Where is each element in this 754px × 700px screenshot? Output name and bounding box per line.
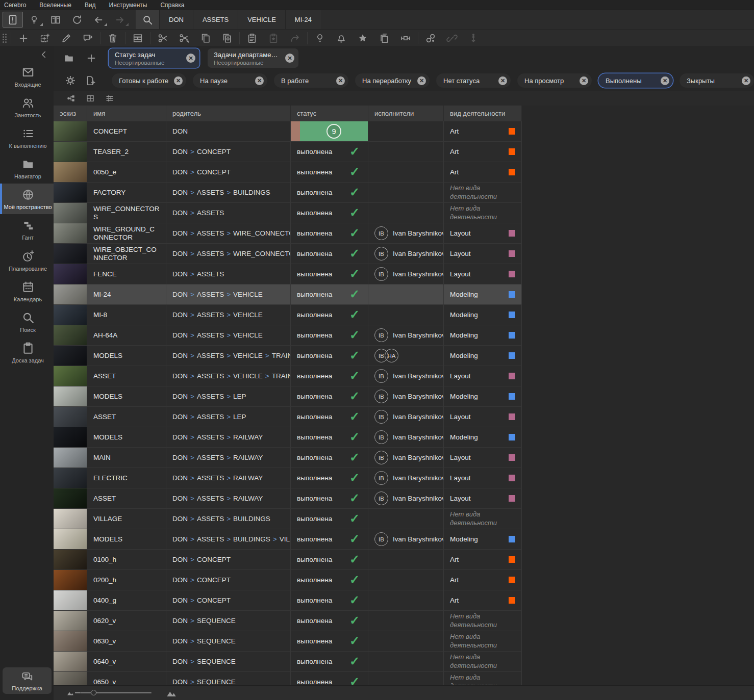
filter-chip[interactable]: Выполнены✕ xyxy=(598,73,673,88)
menubar-item-cerebro[interactable]: Cerebro xyxy=(4,2,26,9)
filter-chip[interactable]: В работе✕ xyxy=(274,73,348,88)
copy-link-button[interactable] xyxy=(217,31,237,46)
column-header[interactable]: исполнители xyxy=(368,106,444,121)
refresh-button[interactable] xyxy=(67,12,87,28)
task-row[interactable]: WIRE_GROUND_CONNECTORDON>ASSETS>WIRE_CON… xyxy=(54,223,522,244)
tab-close-icon[interactable]: ✕ xyxy=(186,54,195,63)
task-row[interactable]: MODELSDON>ASSETS>VEHICLE>TRAINSвыполнена… xyxy=(54,346,522,366)
slider-knob[interactable] xyxy=(91,690,96,695)
favorite-button[interactable] xyxy=(353,31,373,46)
ideas-button[interactable] xyxy=(24,12,44,28)
chip-close-icon[interactable]: ✕ xyxy=(417,76,426,85)
sidebar-item-calendar[interactable]: Календарь xyxy=(0,276,54,306)
chip-close-icon[interactable]: ✕ xyxy=(498,76,507,85)
task-row[interactable]: MODELSDON>ASSETS>BUILDINGS>VILLAGEвыполн… xyxy=(54,529,522,550)
layout-panels-button[interactable] xyxy=(45,12,66,28)
filter-chip[interactable]: На просмотр✕ xyxy=(517,73,592,88)
task-row[interactable]: MI-24DON>ASSETS>VEHICLEвыполнена✓Modelin… xyxy=(54,284,522,305)
search-button[interactable] xyxy=(136,10,159,29)
tab-1[interactable]: Статус задачНесортированные✕ xyxy=(109,48,199,68)
paste-button[interactable] xyxy=(242,31,262,46)
chip-close-icon[interactable]: ✕ xyxy=(255,76,264,85)
task-row[interactable]: WIRE_CONNECTORSDON>ASSETSвыполнена✓Нет в… xyxy=(54,203,522,223)
task-row[interactable]: MODELSDON>ASSETS>RAILWAYвыполнена✓IBIvan… xyxy=(54,427,522,448)
sidebar-item-clipboard[interactable]: Доска задач xyxy=(0,337,54,368)
edit-button[interactable] xyxy=(56,31,77,46)
menubar-item-инструменты[interactable]: Инструменты xyxy=(109,2,147,9)
breadcrumb-item-vehicle[interactable]: VEHICLE xyxy=(238,10,285,29)
task-row[interactable]: MODELSDON>ASSETS>LEPвыполнена✓IBIvan Bar… xyxy=(54,386,522,407)
sidebar-collapse-button[interactable] xyxy=(38,49,49,60)
task-row[interactable]: MI-8DON>ASSETS>VEHICLEвыполнена✓Modeling xyxy=(54,305,522,325)
thumbnail-size-slider[interactable] xyxy=(80,692,152,693)
sidebar-item-globe[interactable]: Моё пространство xyxy=(0,184,54,214)
breadcrumb-item-assets[interactable]: ASSETS xyxy=(193,10,238,29)
column-header[interactable]: статус xyxy=(291,106,368,121)
pages-button[interactable] xyxy=(374,31,394,46)
task-row[interactable]: FACTORYDON>ASSETS>BUILDINGSвыполнена✓Нет… xyxy=(54,183,522,203)
menubar-item-справка[interactable]: Справка xyxy=(160,2,184,9)
column-header[interactable]: родитель xyxy=(166,106,291,121)
sidebar-item-people[interactable]: Занятость xyxy=(0,92,54,122)
task-row[interactable]: 0100_hDON>CONCEPTвыполнена✓Art xyxy=(54,550,522,570)
toolbar-drag-handle[interactable] xyxy=(1,32,8,45)
tab-close-icon[interactable]: ✕ xyxy=(285,54,294,63)
sidebar-item-folder[interactable]: Навигатор xyxy=(0,153,54,184)
table-view-button[interactable] xyxy=(84,92,96,105)
delete-button[interactable] xyxy=(103,31,123,46)
support-button[interactable]: Поддержка xyxy=(3,667,52,694)
cut-alt-button[interactable] xyxy=(174,31,194,46)
cut-button[interactable] xyxy=(153,31,173,46)
task-row[interactable]: 0650_vDON>SEQUENCEвыполнена✓Нет вида дея… xyxy=(54,672,522,686)
menubar-item-вселенные[interactable]: Вселенные xyxy=(39,2,71,9)
sidebar-item-clock-plus[interactable]: Планирование xyxy=(0,245,54,276)
chip-close-icon[interactable]: ✕ xyxy=(661,76,669,85)
chip-close-icon[interactable]: ✕ xyxy=(174,76,183,85)
hierarchy-view-button[interactable] xyxy=(65,92,77,105)
idea-button[interactable] xyxy=(310,31,330,46)
task-row[interactable]: WIRE_OBJECT_CONNECTORDON>ASSETS>WIRE_CON… xyxy=(54,244,522,264)
task-row[interactable]: 0200_hDON>CONCEPTвыполнена✓Art xyxy=(54,570,522,590)
menubar-item-вид[interactable]: Вид xyxy=(85,2,96,9)
task-row[interactable]: AH-64ADON>ASSETS>VEHICLEвыполнена✓IBIvan… xyxy=(54,325,522,346)
task-row[interactable]: ELECTRICDON>ASSETS>RAILWAYвыполнена✓IBIv… xyxy=(54,468,522,488)
sidebar-item-tasklist[interactable]: К выполнению xyxy=(0,122,54,153)
task-row[interactable]: MAINDON>ASSETS>RAILWAYвыполнена✓IBIvan B… xyxy=(54,448,522,468)
sidebar-item-mail[interactable]: Входящие xyxy=(0,61,54,92)
task-row[interactable]: 0630_vDON>SEQUENCEвыполнена✓Нет вида дея… xyxy=(54,631,522,652)
task-row[interactable]: VILLAGEDON>ASSETS>BUILDINGSвыполнена✓Нет… xyxy=(54,509,522,529)
task-row[interactable]: 0400_gDON>CONCEPTвыполнена✓Art xyxy=(54,590,522,611)
add-filter-button[interactable] xyxy=(83,73,97,88)
filter-chip[interactable]: Готовы к работе✕ xyxy=(112,73,186,88)
tab-2[interactable]: Задачи департаме…Несортированные✕ xyxy=(208,48,298,68)
add-task-button[interactable] xyxy=(35,31,55,46)
back-button[interactable] xyxy=(88,12,109,28)
task-row[interactable]: CONCEPTDON9Art xyxy=(54,121,522,142)
tab-add-button[interactable] xyxy=(82,50,100,66)
clamp-button[interactable] xyxy=(395,31,416,46)
thumbnail-zoom-out-icon[interactable] xyxy=(66,688,75,697)
task-row[interactable]: 0640_vDON>SEQUENCEвыполнена✓Нет вида дея… xyxy=(54,652,522,672)
column-header[interactable]: эскиз xyxy=(54,106,87,121)
breadcrumb-item-don[interactable]: DON xyxy=(159,10,193,29)
chip-close-icon[interactable]: ✕ xyxy=(742,76,750,85)
column-header[interactable]: вид деятельности xyxy=(444,106,522,121)
filter-settings-button[interactable] xyxy=(63,73,78,88)
view-settings-button[interactable] xyxy=(104,92,116,105)
notifications-button[interactable] xyxy=(331,31,351,46)
task-row[interactable]: ASSETDON>ASSETS>RAILWAYвыполнена✓IBIvan … xyxy=(54,488,522,509)
sidebar-item-gantt[interactable]: Гант xyxy=(0,214,54,245)
task-row[interactable]: 0050_eDON>CONCEPTвыполнена✓Art xyxy=(54,162,522,183)
task-row[interactable]: TEASER_2DON>CONCEPTвыполнена✓Art xyxy=(54,142,522,162)
alerts-button[interactable] xyxy=(3,12,23,28)
task-row[interactable]: ASSETDON>ASSETS>VEHICLE>TRAINSвыполнена✓… xyxy=(54,366,522,386)
tab-folder-button[interactable] xyxy=(60,50,78,66)
task-row[interactable]: FENCEDON>ASSETSвыполнена✓IBIvan Baryshni… xyxy=(54,264,522,284)
filter-chip[interactable]: На паузе✕ xyxy=(193,73,267,88)
filter-chip[interactable]: Зыкрыты✕ xyxy=(680,73,754,88)
copy-button[interactable] xyxy=(195,31,216,46)
filter-chip[interactable]: На переработку✕ xyxy=(355,73,430,88)
thumbnail-zoom-in-icon[interactable] xyxy=(166,687,177,698)
chip-close-icon[interactable]: ✕ xyxy=(580,76,588,85)
forward-message-button[interactable] xyxy=(78,31,98,46)
